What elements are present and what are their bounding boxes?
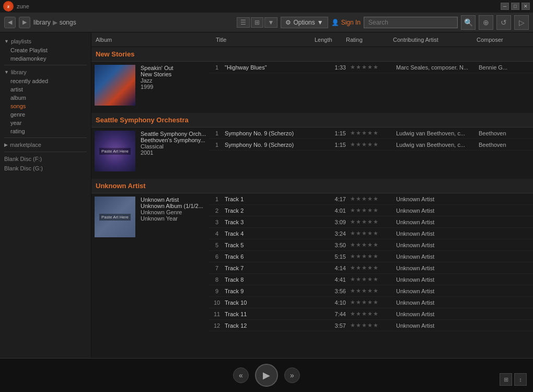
col-header-title[interactable]: Title [216,37,315,43]
view-grid-button[interactable]: ⊞ [251,17,263,28]
media-button-1[interactable]: ⊕ [479,15,493,30]
close-button[interactable]: ✕ [522,3,530,10]
album-group-header-unknown-artist[interactable]: Unknown Artist [91,179,533,193]
track-rating[interactable]: ★★★★★ [350,253,396,260]
view-list-button[interactable]: ☰ [237,17,250,28]
track-rating[interactable]: ★★★★★ [350,141,396,148]
table-content[interactable]: New Stories Speakin' Out New Stories Jaz… [91,47,533,358]
star-icon: ★ [350,299,355,306]
album-art-unknown-artist[interactable]: Paste Art Here [95,197,135,237]
track-number: 10 [211,299,223,306]
sidebar-item-blank-disc-f[interactable]: Blank Disc (F:) [0,154,91,164]
track-row[interactable]: 7 Track 7 4:14 ★★★★★ Unknown Artist [209,262,533,274]
player-right-btn-1[interactable]: ⊞ [500,373,512,386]
sidebar-item-create-playlist[interactable]: Create Playlist [0,46,91,54]
track-row[interactable]: 6 Track 6 5:15 ★★★★★ Unknown Artist [209,251,533,262]
track-rating[interactable]: ★★★★★ [350,299,396,306]
star-icon: ★ [350,195,355,202]
track-contributing-artist: Unknown Artist [396,207,479,214]
search-input[interactable] [364,17,458,28]
track-title: Symphony No. 9 (Scherzo) [223,142,321,148]
player-right-btn-2[interactable]: ↕ [514,373,527,386]
sidebar-item-mediamonkey[interactable]: mediamonkey [0,54,91,63]
col-header-album[interactable]: Album [96,37,216,43]
track-number: 9 [211,288,223,294]
track-row[interactable]: 1 Track 1 4:17 ★★★★★ Unknown Artist [209,193,533,205]
sidebar-item-recently-added[interactable]: recently added [0,77,91,85]
title-bar: z zune ─ □ ✕ [0,0,533,13]
track-rating[interactable]: ★★★★★ [350,230,396,237]
star-icon: ★ [356,264,361,271]
back-button[interactable]: ◀ [4,17,16,28]
track-row[interactable]: 2 Track 2 4:01 ★★★★★ Unknown Artist [209,205,533,216]
track-row[interactable]: 9 Track 9 3:56 ★★★★★ Unknown Artist [209,285,533,297]
col-header-contributing[interactable]: Contributing Artist [393,37,477,43]
track-rating[interactable]: ★★★★★ [350,310,396,317]
track-row[interactable]: 8 Track 8 4:41 ★★★★★ Unknown Artist [209,274,533,285]
breadcrumb-library[interactable]: library [33,19,51,26]
album-name-new-stories: New Stories [141,71,207,77]
play-button[interactable]: ▶ [255,364,278,387]
album-art-new-stories[interactable] [95,65,135,106]
sidebar-item-genre[interactable]: genre [0,110,91,119]
star-icon: ★ [356,207,361,214]
track-row[interactable]: 1 Symphony No. 9 (Scherzo) 1:15 ★★★★★ Lu… [209,128,533,139]
track-rating[interactable]: ★★★★★ [350,322,396,329]
track-rating[interactable]: ★★★★★ [350,264,396,271]
track-rating[interactable]: ★★★★★ [350,207,396,214]
sidebar-item-year[interactable]: year [0,119,91,127]
sidebar-item-album[interactable]: album [0,94,91,102]
track-row[interactable]: 10 Track 10 4:10 ★★★★★ Unknown Artist [209,297,533,308]
album-artist-unknown-artist: Unknown Artist [141,197,207,203]
album-group-header-new-stories[interactable]: New Stories [91,47,533,62]
fast-forward-button[interactable]: » [284,367,300,383]
album-group-header-seattle-symphony[interactable]: Seattle Symphony Orchestra [91,113,533,128]
track-rating[interactable]: ★★★★★ [350,130,396,136]
track-row[interactable]: 4 Track 4 3:24 ★★★★★ Unknown Artist [209,228,533,239]
album-group-unknown-artist: Unknown ArtistPaste Art Here Unknown Art… [91,179,533,331]
track-rating[interactable]: ★★★★★ [350,195,396,202]
track-number: 1 [211,142,223,148]
col-header-composer[interactable]: Composer [477,37,529,43]
library-header[interactable]: ▼ library [0,67,91,77]
sidebar-divider-3 [4,152,87,152]
sidebar-item-rating[interactable]: rating [0,127,91,135]
sidebar-item-songs[interactable]: songs [0,102,91,110]
marketplace-label: marketplace [10,142,41,148]
sidebar-item-artist[interactable]: artist [0,85,91,94]
star-icon: ★ [362,64,367,71]
rewind-button[interactable]: « [233,367,249,383]
album-art-seattle-symphony[interactable]: Paste Art Here [95,131,135,171]
track-title: Track 4 [223,230,321,237]
track-number: 4 [211,230,223,237]
track-rating[interactable]: ★★★★★ [350,276,396,283]
media-button-2[interactable]: ↺ [496,15,511,30]
forward-button[interactable]: ▶ [19,17,30,28]
media-button-3[interactable]: ▷ [514,15,529,30]
view-options-dropdown[interactable]: ▼ [264,17,278,28]
playlists-header[interactable]: ▼ playlists [0,37,91,46]
track-row[interactable]: 5 Track 5 3:50 ★★★★★ Unknown Artist [209,239,533,251]
track-row[interactable]: 3 Track 3 3:09 ★★★★★ Unknown Artist [209,216,533,228]
track-rating[interactable]: ★★★★★ [350,241,396,248]
breadcrumb-songs[interactable]: songs [60,19,76,26]
track-rating[interactable]: ★★★★★ [350,287,396,294]
minimize-button[interactable]: ─ [501,3,509,10]
album-group-new-stories: New Stories Speakin' Out New Stories Jaz… [91,47,533,109]
marketplace-header[interactable]: ▶ marketplace [0,140,91,149]
col-header-rating[interactable]: Rating [346,37,393,43]
album-year-seattle-symphony: 2001 [141,149,207,156]
track-row[interactable]: 12 Track 12 3:57 ★★★★★ Unknown Artist [209,320,533,331]
star-icon: ★ [362,264,367,271]
restore-button[interactable]: □ [511,3,519,10]
track-row[interactable]: 1 Symphony No. 9 (Scherzo) 1:15 ★★★★★ Lu… [209,139,533,151]
col-header-length[interactable]: Length [315,37,346,43]
track-row[interactable]: 11 Track 11 7:44 ★★★★★ Unknown Artist [209,308,533,320]
options-button[interactable]: ⚙ Options ▼ [281,17,328,28]
search-icon-button[interactable]: 🔍 [461,15,476,30]
track-rating[interactable]: ★★★★★ [350,64,396,71]
sidebar-item-blank-disc-g[interactable]: Blank Disc (G:) [0,164,91,173]
sign-in-button[interactable]: 👤 Sign In [331,19,361,26]
track-row[interactable]: 1 "Highway Blues" 1:33 ★★★★★ Marc Seales… [209,62,533,73]
track-rating[interactable]: ★★★★★ [350,218,396,225]
